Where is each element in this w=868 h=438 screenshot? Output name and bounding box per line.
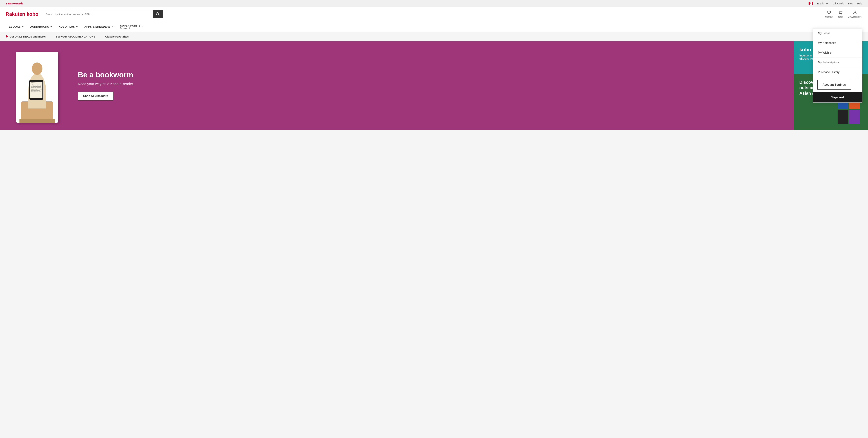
blog-link[interactable]: Blog (848, 2, 853, 5)
hero-device-container: CHAPTER 9 - 1 OF 19It was pleasant to wa… (7, 48, 74, 123)
svg-point-6 (839, 13, 840, 14)
nav-bar: eBOOKS AUDIOBOOKS KOBO PLUS APPS & eREAD… (0, 22, 868, 32)
book-cover-6 (849, 110, 860, 124)
svg-rect-2 (812, 2, 813, 5)
promo-daily-deals-text: Get DAILY DEALS and more! (9, 35, 45, 38)
help-link[interactable]: Help (857, 2, 862, 5)
flag-promo-icon: ⚑ (6, 35, 8, 38)
logo-rakuten: Rakuten (6, 11, 25, 17)
svg-point-8 (854, 11, 856, 13)
wishlist-label: Wishlist (825, 16, 833, 18)
kobo-plus-chevron-icon (76, 26, 78, 28)
account-dropdown: My Books My Notebooks My Wishlist My Sub… (813, 28, 862, 103)
gift-cards-link[interactable]: Gift Cards (833, 2, 844, 5)
heart-icon (827, 10, 831, 15)
search-input[interactable] (43, 10, 153, 19)
nav-kobo-plus-label: KOBO PLUS (59, 25, 75, 28)
top-bar-left: Earn Rewards (6, 2, 23, 5)
hero-title: Be a bookworm (78, 70, 787, 79)
promo-recommendations-text: See your RECOMMENDATIONS (56, 35, 95, 38)
svg-point-4 (156, 12, 159, 15)
wishlist-link[interactable]: Wishlist (825, 10, 833, 18)
my-account-button[interactable]: My Account (848, 10, 862, 18)
dropdown-purchase-history[interactable]: Purchase History (813, 67, 862, 77)
logo-link[interactable]: Rakuten kobo (6, 11, 38, 17)
ebooks-chevron-icon (22, 26, 24, 28)
nav-apps-ereaders[interactable]: APPS & eREADERS (81, 22, 117, 32)
dropdown-my-subscriptions[interactable]: My Subscriptions (813, 58, 862, 67)
super-points-chevron-icon (142, 26, 144, 28)
dropdown-my-wishlist[interactable]: My Wishlist (813, 48, 862, 58)
nav-ebooks-label: eBOOKS (9, 25, 21, 28)
nav-super-points[interactable]: SUPER POINTS Balance: 0 (117, 22, 147, 32)
sign-out-button[interactable]: Sign out (813, 92, 862, 103)
shop-all-ereaders-button[interactable]: Shop All eReaders (78, 92, 114, 100)
promo-recommendations[interactable]: See your RECOMMENDATIONS (51, 35, 100, 38)
super-points-balance: Balance: 0 (120, 27, 141, 29)
dropdown-my-notebooks[interactable]: My Notebooks (813, 38, 862, 48)
cart-label: Cart (838, 16, 843, 18)
promo-classic-favourites-text: Classic Favourites (105, 35, 129, 38)
promo-daily-deals[interactable]: ⚑ Get DAILY DEALS and more! (6, 35, 51, 38)
top-bar-right: English Gift Cards Blog Help (809, 2, 862, 5)
nav-audiobooks[interactable]: AUDIOBOOKS (27, 22, 55, 32)
logo-kobo: kobo (25, 11, 38, 17)
nav-kobo-plus[interactable]: KOBO PLUS (55, 22, 81, 32)
hero-subtitle: Read your way on a Kobo eReader. (78, 82, 787, 86)
cart-link[interactable]: Cart (838, 10, 843, 18)
search-bar (43, 10, 163, 19)
svg-rect-0 (809, 2, 810, 5)
apps-chevron-icon (112, 26, 114, 28)
header: Rakuten kobo Wishlist Cart (0, 7, 868, 22)
hero-text: Be a bookworm Read your way on a Kobo eR… (74, 70, 787, 100)
language-label: English (817, 2, 825, 5)
account-settings-button[interactable]: Account Settings (817, 80, 851, 90)
canada-flag-icon (809, 2, 813, 5)
user-icon (852, 10, 857, 15)
language-selector[interactable]: English (817, 2, 828, 5)
hero-banner: CHAPTER 9 - 1 OF 19It was pleasant to wa… (0, 41, 794, 130)
svg-line-5 (158, 15, 159, 16)
audiobooks-chevron-icon (50, 26, 52, 28)
nav-audiobooks-label: AUDIOBOOKS (30, 25, 49, 28)
search-icon (156, 12, 160, 16)
nav-super-points-label: SUPER POINTS (120, 24, 141, 27)
top-bar: Earn Rewards English Gift Cards Blog Hel… (0, 0, 868, 7)
account-chevron-icon (860, 16, 862, 18)
dropdown-my-books[interactable]: My Books (813, 29, 862, 38)
header-actions: Wishlist Cart My Account (825, 10, 862, 18)
main-content: CHAPTER 9 - 1 OF 19It was pleasant to wa… (0, 41, 868, 130)
svg-point-7 (841, 13, 841, 14)
promo-classic-favourites[interactable]: Classic Favourites (100, 35, 134, 38)
nav-apps-ereaders-label: APPS & eREADERS (84, 25, 111, 28)
nav-ebooks[interactable]: eBOOKS (6, 22, 27, 32)
promo-bar: ⚑ Get DAILY DEALS and more! See your REC… (0, 32, 868, 41)
search-button[interactable] (153, 10, 163, 19)
my-account-label: My Account (848, 16, 860, 18)
earn-rewards-link[interactable]: Earn Rewards (6, 2, 23, 5)
cart-icon (838, 10, 843, 15)
book-cover-5 (838, 110, 848, 124)
